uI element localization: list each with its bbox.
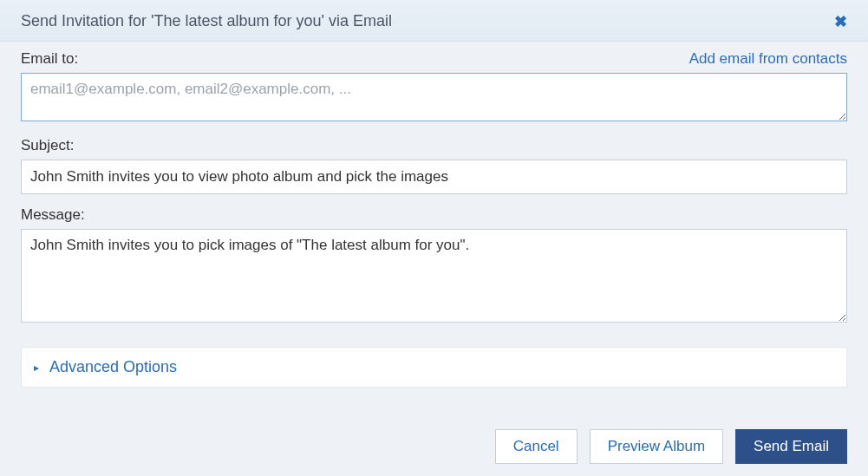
dialog-body: Email to: Add email from contacts Subjec… — [0, 42, 868, 414]
add-email-from-contacts-link[interactable]: Add email from contacts — [689, 50, 847, 68]
subject-label: Subject: — [21, 137, 74, 154]
email-field-row: Email to: Add email from contacts — [21, 50, 847, 125]
subject-field-row: Subject: — [21, 137, 847, 194]
message-input[interactable] — [21, 229, 847, 323]
dialog-header: Send Invitation for 'The latest album fo… — [0, 0, 868, 42]
dialog-footer: Cancel Preview Album Send Email — [0, 414, 868, 476]
advanced-options-label: Advanced Options — [49, 358, 177, 376]
send-invitation-dialog: Send Invitation for 'The latest album fo… — [0, 0, 868, 476]
dialog-title: Send Invitation for 'The latest album fo… — [21, 12, 392, 30]
subject-input[interactable] — [21, 160, 847, 194]
message-field-row: Message: — [21, 206, 847, 326]
email-label-row: Email to: Add email from contacts — [21, 50, 847, 68]
close-icon[interactable]: ✖ — [834, 14, 847, 29]
caret-right-icon: ▸ — [34, 362, 39, 373]
preview-album-button[interactable]: Preview Album — [590, 429, 723, 464]
email-label: Email to: — [21, 50, 78, 68]
send-email-button[interactable]: Send Email — [735, 429, 847, 464]
cancel-button[interactable]: Cancel — [495, 429, 578, 464]
message-label: Message: — [21, 206, 85, 224]
advanced-options-toggle[interactable]: ▸ Advanced Options — [21, 347, 847, 388]
email-to-input[interactable] — [21, 73, 847, 121]
message-label-row: Message: — [21, 206, 847, 224]
subject-label-row: Subject: — [21, 137, 847, 154]
